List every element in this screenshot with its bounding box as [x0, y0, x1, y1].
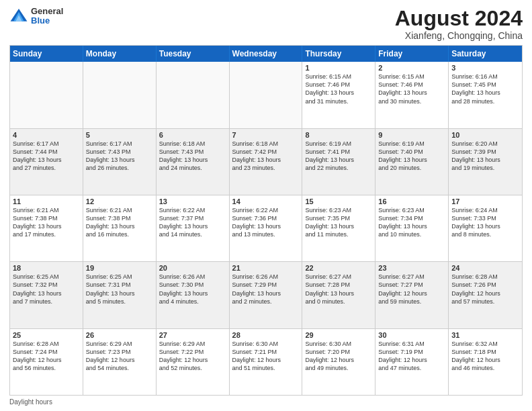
- month-year: August 2024: [395, 7, 523, 30]
- day-header-monday: Monday: [83, 46, 157, 62]
- cell-date: 13: [159, 197, 226, 205]
- calendar-cell: 12Sunrise: 6:21 AM Sunset: 7:38 PM Dayli…: [83, 195, 157, 261]
- cell-info: Sunrise: 6:26 AM Sunset: 7:30 PM Dayligh…: [159, 273, 226, 306]
- calendar-week-1: 1Sunrise: 6:15 AM Sunset: 7:46 PM Daylig…: [10, 62, 522, 128]
- cell-info: Sunrise: 6:17 AM Sunset: 7:43 PM Dayligh…: [86, 140, 153, 173]
- cell-info: Sunrise: 6:20 AM Sunset: 7:39 PM Dayligh…: [451, 140, 519, 173]
- cell-date: 14: [232, 197, 300, 205]
- calendar-cell: 30Sunrise: 6:31 AM Sunset: 7:19 PM Dayli…: [375, 329, 449, 395]
- calendar-cell: 1Sunrise: 6:15 AM Sunset: 7:46 PM Daylig…: [302, 62, 375, 128]
- cell-date: 22: [305, 264, 372, 272]
- cell-date: 16: [378, 197, 445, 205]
- calendar-cell: 21Sunrise: 6:26 AM Sunset: 7:29 PM Dayli…: [230, 262, 303, 328]
- cell-date: 15: [305, 197, 372, 205]
- calendar-cell: [10, 62, 83, 128]
- calendar-cell: 14Sunrise: 6:22 AM Sunset: 7:36 PM Dayli…: [230, 195, 303, 261]
- calendar-week-3: 11Sunrise: 6:21 AM Sunset: 7:38 PM Dayli…: [10, 195, 522, 262]
- cell-info: Sunrise: 6:15 AM Sunset: 7:46 PM Dayligh…: [378, 73, 445, 105]
- calendar-body: 1Sunrise: 6:15 AM Sunset: 7:46 PM Daylig…: [10, 62, 522, 395]
- cell-info: Sunrise: 6:30 AM Sunset: 7:21 PM Dayligh…: [232, 340, 300, 373]
- cell-info: Sunrise: 6:18 AM Sunset: 7:43 PM Dayligh…: [159, 140, 226, 173]
- cell-date: 11: [13, 197, 80, 205]
- calendar-cell: 19Sunrise: 6:25 AM Sunset: 7:31 PM Dayli…: [83, 262, 157, 328]
- calendar-cell: [230, 62, 303, 128]
- cell-date: 5: [86, 131, 153, 139]
- calendar-cell: 11Sunrise: 6:21 AM Sunset: 7:38 PM Dayli…: [10, 195, 83, 261]
- cell-date: 20: [159, 264, 226, 272]
- cell-date: 31: [451, 331, 519, 339]
- calendar-cell: 28Sunrise: 6:30 AM Sunset: 7:21 PM Dayli…: [230, 329, 303, 395]
- calendar-week-5: 25Sunrise: 6:28 AM Sunset: 7:24 PM Dayli…: [10, 329, 522, 395]
- calendar-cell: 17Sunrise: 6:24 AM Sunset: 7:33 PM Dayli…: [449, 195, 522, 261]
- calendar-cell: 6Sunrise: 6:18 AM Sunset: 7:43 PM Daylig…: [157, 129, 230, 195]
- calendar-cell: 25Sunrise: 6:28 AM Sunset: 7:24 PM Dayli…: [10, 329, 83, 395]
- day-header-saturday: Saturday: [449, 46, 522, 62]
- cell-info: Sunrise: 6:15 AM Sunset: 7:46 PM Dayligh…: [305, 73, 372, 105]
- cell-date: 30: [378, 331, 445, 339]
- cell-info: Sunrise: 6:21 AM Sunset: 7:38 PM Dayligh…: [13, 206, 80, 239]
- cell-info: Sunrise: 6:27 AM Sunset: 7:27 PM Dayligh…: [378, 273, 445, 306]
- cell-date: 28: [232, 331, 300, 339]
- cell-date: 10: [451, 131, 519, 139]
- cell-date: 4: [13, 131, 80, 139]
- cell-info: Sunrise: 6:32 AM Sunset: 7:18 PM Dayligh…: [451, 340, 519, 373]
- cell-info: Sunrise: 6:24 AM Sunset: 7:33 PM Dayligh…: [451, 206, 519, 239]
- calendar-cell: 5Sunrise: 6:17 AM Sunset: 7:43 PM Daylig…: [83, 129, 157, 195]
- cell-info: Sunrise: 6:19 AM Sunset: 7:41 PM Dayligh…: [305, 140, 372, 173]
- cell-info: Sunrise: 6:25 AM Sunset: 7:31 PM Dayligh…: [86, 273, 153, 306]
- calendar-cell: 22Sunrise: 6:27 AM Sunset: 7:28 PM Dayli…: [302, 262, 375, 328]
- cell-date: 12: [86, 197, 153, 205]
- cell-date: 24: [451, 264, 519, 272]
- cell-info: Sunrise: 6:27 AM Sunset: 7:28 PM Dayligh…: [305, 273, 372, 306]
- calendar-cell: 16Sunrise: 6:23 AM Sunset: 7:34 PM Dayli…: [375, 195, 449, 261]
- day-header-wednesday: Wednesday: [230, 46, 303, 62]
- cell-info: Sunrise: 6:30 AM Sunset: 7:20 PM Dayligh…: [305, 340, 372, 373]
- day-header-sunday: Sunday: [10, 46, 83, 62]
- cell-info: Sunrise: 6:22 AM Sunset: 7:37 PM Dayligh…: [159, 206, 226, 239]
- calendar-cell: 27Sunrise: 6:29 AM Sunset: 7:22 PM Dayli…: [157, 329, 230, 395]
- cell-info: Sunrise: 6:26 AM Sunset: 7:29 PM Dayligh…: [232, 273, 300, 306]
- calendar-cell: [83, 62, 157, 128]
- calendar-cell: 7Sunrise: 6:18 AM Sunset: 7:42 PM Daylig…: [230, 129, 303, 195]
- cell-info: Sunrise: 6:29 AM Sunset: 7:23 PM Dayligh…: [86, 340, 153, 373]
- cell-info: Sunrise: 6:17 AM Sunset: 7:44 PM Dayligh…: [13, 140, 80, 173]
- calendar-cell: [157, 62, 230, 128]
- location: Xianfeng, Chongqing, China: [395, 30, 523, 41]
- calendar: SundayMondayTuesdayWednesdayThursdayFrid…: [9, 45, 523, 396]
- cell-date: 18: [13, 264, 80, 272]
- calendar-cell: 26Sunrise: 6:29 AM Sunset: 7:23 PM Dayli…: [83, 329, 157, 395]
- cell-info: Sunrise: 6:16 AM Sunset: 7:45 PM Dayligh…: [451, 73, 519, 105]
- logo-text: General Blue: [31, 7, 63, 26]
- calendar-week-2: 4Sunrise: 6:17 AM Sunset: 7:44 PM Daylig…: [10, 129, 522, 195]
- footer-note: Daylight hours: [9, 398, 523, 406]
- calendar-cell: 2Sunrise: 6:15 AM Sunset: 7:46 PM Daylig…: [375, 62, 449, 128]
- calendar-cell: 20Sunrise: 6:26 AM Sunset: 7:30 PM Dayli…: [157, 262, 230, 328]
- cell-info: Sunrise: 6:31 AM Sunset: 7:19 PM Dayligh…: [378, 340, 445, 373]
- cell-date: 21: [232, 264, 300, 272]
- cell-info: Sunrise: 6:25 AM Sunset: 7:32 PM Dayligh…: [13, 273, 80, 306]
- cell-date: 7: [232, 131, 300, 139]
- cell-info: Sunrise: 6:21 AM Sunset: 7:38 PM Dayligh…: [86, 206, 153, 239]
- cell-date: 2: [378, 64, 445, 72]
- calendar-cell: 29Sunrise: 6:30 AM Sunset: 7:20 PM Dayli…: [302, 329, 375, 395]
- cell-date: 9: [378, 131, 445, 139]
- calendar-header: SundayMondayTuesdayWednesdayThursdayFrid…: [10, 46, 522, 62]
- cell-date: 19: [86, 264, 153, 272]
- calendar-cell: 18Sunrise: 6:25 AM Sunset: 7:32 PM Dayli…: [10, 262, 83, 328]
- calendar-cell: 3Sunrise: 6:16 AM Sunset: 7:45 PM Daylig…: [449, 62, 522, 128]
- day-header-thursday: Thursday: [302, 46, 375, 62]
- cell-date: 29: [305, 331, 372, 339]
- calendar-cell: 13Sunrise: 6:22 AM Sunset: 7:37 PM Dayli…: [157, 195, 230, 261]
- cell-date: 8: [305, 131, 372, 139]
- calendar-cell: 8Sunrise: 6:19 AM Sunset: 7:41 PM Daylig…: [302, 129, 375, 195]
- calendar-cell: 4Sunrise: 6:17 AM Sunset: 7:44 PM Daylig…: [10, 129, 83, 195]
- cell-date: 3: [451, 64, 519, 72]
- cell-date: 23: [378, 264, 445, 272]
- page: General Blue August 2024 Xianfeng, Chong…: [0, 0, 532, 411]
- header: General Blue August 2024 Xianfeng, Chong…: [9, 7, 523, 41]
- cell-date: 6: [159, 131, 226, 139]
- cell-info: Sunrise: 6:23 AM Sunset: 7:35 PM Dayligh…: [305, 206, 372, 239]
- calendar-cell: 9Sunrise: 6:19 AM Sunset: 7:40 PM Daylig…: [375, 129, 449, 195]
- cell-info: Sunrise: 6:28 AM Sunset: 7:26 PM Dayligh…: [451, 273, 519, 306]
- calendar-cell: 10Sunrise: 6:20 AM Sunset: 7:39 PM Dayli…: [449, 129, 522, 195]
